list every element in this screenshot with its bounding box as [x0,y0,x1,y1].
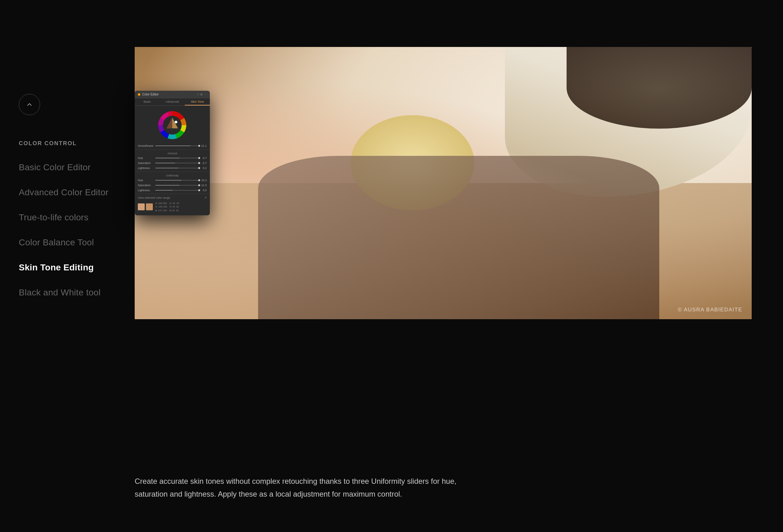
amount-light-row: Lightness 0.2 [135,166,210,171]
uniformity-light-row: Lightness 5.5 [135,188,210,193]
tab-skin-tone[interactable]: Skin Tone [185,98,210,105]
scroll-up-button[interactable] [19,94,40,115]
panel-icons: ? ⚙ ··· [197,93,207,96]
uniformity-light-slider[interactable] [155,190,199,191]
color-editor-panel: Color Editor ? ⚙ ··· Basic Advanced Skin… [135,91,210,215]
amount-hue-value: 0.7 [200,157,207,160]
swatches-row: R: 209 208 G: 155 156 B: 117 120 H: 24 2… [135,200,210,213]
amount-hue-label: Hue [138,157,154,160]
swatch-rgb-values: R: 209 208 G: 155 156 B: 117 120 [155,202,167,212]
more-icon[interactable]: ··· [204,93,207,96]
amount-sat-slider[interactable] [155,163,199,163]
amount-hue-slider[interactable] [155,158,199,158]
uniformity-hue-label: Hue [138,179,154,182]
uniformity-sat-slider[interactable] [155,185,199,186]
description-area: Create accurate skin tones without compl… [135,475,479,501]
smoothness-row: Smoothness 21.1 [135,143,210,148]
tab-basic[interactable]: Basic [135,98,160,105]
panel-title: Color Editor [138,93,159,96]
amount-sat-label: Saturation [138,162,154,165]
color-wheel[interactable] [157,109,188,141]
swatch-2 [146,203,153,210]
svg-point-5 [175,121,177,123]
photo-clothes [258,156,659,319]
settings-icon[interactable]: ⚙ [200,93,202,96]
question-icon[interactable]: ? [197,93,198,96]
smoothness-label: Smoothness [138,144,154,147]
amount-title: Amount [135,151,210,156]
amount-light-label: Lightness [138,166,154,170]
description-text: Create accurate skin tones without compl… [135,475,479,501]
amount-sat-value: -3.7 [200,162,207,165]
swatch-rgb-info: R: 209 208 G: 155 156 B: 117 120 [155,202,167,212]
photo-hair-dark [567,47,752,129]
smoothness-slider[interactable] [155,145,199,146]
amount-light-slider[interactable] [155,168,199,168]
panel-icon-dot [138,93,140,96]
main-content: © AUSRA BABIEDAITE Color Editor ? ⚙ ··· … [119,41,752,532]
uniformity-title: Uniformity [135,173,210,178]
uniformity-light-label: Lightness [138,189,154,192]
swatch-hsb-info: H: 24 24 S: 44 42 B: 81 81 [169,202,179,212]
photo-credit: © AUSRA BABIEDAITE [678,307,742,313]
color-wheel-area [135,106,210,143]
amount-sat-row: Saturation -3.7 [135,161,210,166]
uniformity-hue-slider[interactable] [155,180,199,180]
amount-light-value: 0.2 [200,166,207,170]
panel-tabs: Basic Advanced Skin Tone [135,98,210,106]
uniformity-sat-row: Saturation 12.3 [135,183,210,188]
smoothness-value: 21.1 [200,144,207,147]
uniformity-hue-row: Hue 15.3 [135,178,210,183]
uniformity-light-value: 5.5 [200,189,207,192]
tab-advanced[interactable]: Advanced [160,98,185,105]
swatch-1 [138,203,145,210]
panel-title-text: Color Editor [142,93,159,96]
view-range-icon[interactable]: ↗ [204,196,207,199]
panel-titlebar: Color Editor ? ⚙ ··· [135,91,210,98]
photo-container: © AUSRA BABIEDAITE [135,47,752,319]
view-range-row: View selected color range ↗ [135,195,210,200]
view-range-label: View selected color range [138,196,170,199]
uniformity-sat-value: 12.3 [200,184,207,187]
uniformity-sat-label: Saturation [138,184,154,187]
uniformity-hue-value: 15.3 [200,179,207,182]
swatch-hsb-values: H: 24 24 S: 44 42 B: 81 81 [169,202,179,212]
amount-hue-row: Hue 0.7 [135,156,210,161]
